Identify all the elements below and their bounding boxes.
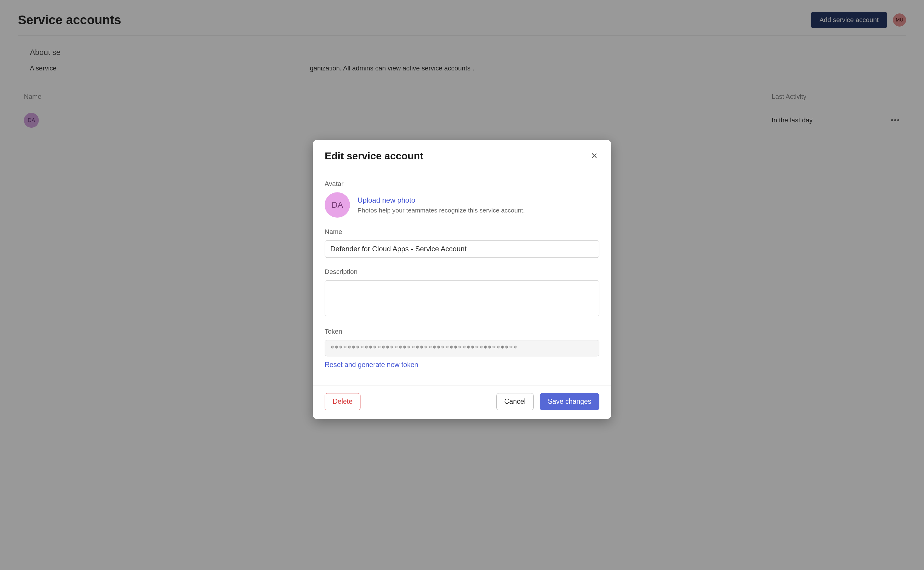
reset-token-link[interactable]: Reset and generate new token	[325, 361, 418, 369]
description-section: Description	[325, 268, 599, 317]
name-label: Name	[325, 228, 599, 236]
modal-header: Edit service account	[313, 139, 611, 171]
avatar-row: DA Upload new photo Photos help your tea…	[325, 192, 599, 218]
save-changes-button[interactable]: Save changes	[540, 393, 599, 410]
footer-right-buttons: Cancel Save changes	[496, 393, 599, 410]
token-field	[325, 340, 599, 356]
name-input[interactable]	[325, 240, 599, 257]
upload-photo-link[interactable]: Upload new photo	[358, 196, 525, 204]
close-icon	[591, 152, 598, 159]
avatar-hint: Photos help your teammates recognize thi…	[358, 207, 525, 214]
avatar-text-group: Upload new photo Photos help your teamma…	[358, 196, 525, 214]
modal-body[interactable]: Avatar DA Upload new photo Photos help y…	[313, 171, 611, 385]
avatar: DA	[325, 192, 350, 218]
modal-footer: Delete Cancel Save changes	[313, 385, 611, 419]
modal-title: Edit service account	[325, 150, 424, 162]
edit-service-account-modal: Edit service account Avatar DA Upload ne…	[313, 139, 611, 419]
name-section: Name	[325, 228, 599, 257]
avatar-label: Avatar	[325, 180, 599, 188]
cancel-button[interactable]: Cancel	[496, 393, 534, 410]
description-label: Description	[325, 268, 599, 276]
delete-button[interactable]: Delete	[325, 393, 361, 410]
description-textarea[interactable]	[325, 280, 599, 316]
avatar-section: Avatar DA Upload new photo Photos help y…	[325, 180, 599, 218]
token-label: Token	[325, 328, 599, 336]
close-button[interactable]	[589, 150, 599, 161]
token-section: Token Reset and generate new token	[325, 328, 599, 369]
